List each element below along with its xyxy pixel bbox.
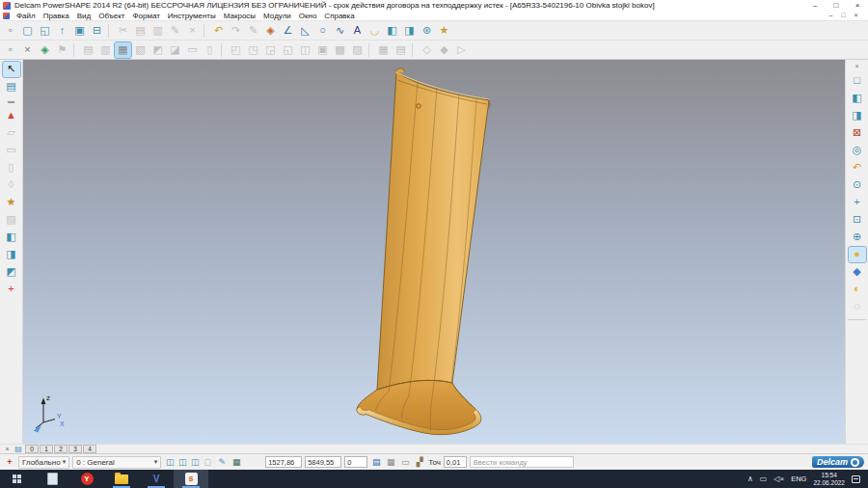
z-coordinate-field[interactable]: 0 [344, 456, 367, 468]
surface-twist-button[interactable]: ◪ [167, 42, 183, 58]
menu-edit[interactable]: Правка [40, 11, 73, 21]
redo-button[interactable]: ↷ [228, 23, 244, 39]
workplane-button[interactable]: ◈ [262, 23, 279, 39]
surface-select-button[interactable]: ▦ [115, 42, 131, 58]
wrap-tool-button[interactable]: ◊ [3, 177, 20, 193]
box-export-button[interactable]: ◩ [3, 264, 20, 280]
opacity-slider[interactable]: ▬ [3, 96, 20, 106]
polyline-tool-button[interactable]: ◺ [297, 23, 313, 39]
crumple-tool-button[interactable]: ▨ [3, 212, 20, 228]
solid-tool-button[interactable]: ◧ [384, 23, 400, 39]
levels-close-button[interactable]: × [3, 446, 12, 452]
menu-modules[interactable]: Модули [259, 11, 295, 21]
taskbar-yandex-browser[interactable]: Y [69, 470, 104, 488]
view-previous-button[interactable]: ↶ [849, 160, 866, 176]
solid-join-button[interactable]: ◳ [245, 42, 261, 58]
close-dock-button[interactable]: × [849, 62, 866, 71]
view-iso-wireframe-button[interactable]: □ [849, 73, 866, 89]
menu-help[interactable]: Справка [320, 11, 358, 21]
warning-button[interactable]: ▲ [3, 108, 20, 123]
grid-toggle-icon[interactable]: ▦ [231, 455, 242, 469]
mdi-close-button[interactable]: × [850, 11, 862, 20]
language-indicator[interactable]: ENG [791, 474, 806, 483]
wrap-button[interactable]: ▷ [453, 42, 470, 58]
command-input[interactable] [470, 456, 574, 468]
box-search-button[interactable]: ◨ [3, 247, 20, 262]
level-tab-0[interactable]: 0 [25, 445, 39, 453]
workspace-select[interactable]: Глобально ▾ [18, 456, 69, 469]
taskbar-vector-app[interactable]: V [139, 470, 174, 488]
levels-button[interactable]: ▤ [3, 79, 20, 95]
wizard-tool-button[interactable]: ★ [436, 23, 452, 39]
assembly-tool-button[interactable]: ⊛ [419, 23, 435, 39]
maximize-button[interactable]: □ [826, 0, 847, 11]
solid-thicken-button[interactable]: ▣ [314, 42, 331, 58]
format-paint-button[interactable]: ✎ [167, 23, 183, 39]
position-list-icon[interactable]: ▤ [370, 455, 382, 469]
solid-split-button[interactable]: ◲ [262, 42, 279, 58]
view-camera-button[interactable]: ◎ [849, 143, 866, 158]
close-button[interactable]: × [847, 0, 868, 11]
clock[interactable]: 15:54 22.06.2022 [813, 472, 845, 487]
snap-tool-icon[interactable]: ▞ [414, 455, 425, 469]
keyboard-icon[interactable]: ▭ [399, 455, 411, 469]
clamp-tool-button[interactable]: ▭ [3, 143, 20, 158]
level-visibility-3[interactable]: ◫ [189, 455, 201, 469]
mdi-minimize-button[interactable]: – [825, 11, 837, 20]
surface-outline-button[interactable]: ▭ [184, 42, 201, 58]
display-icon[interactable]: ▭ [760, 474, 768, 483]
multi-solid-button[interactable]: ▤ [393, 42, 409, 58]
level-tab-2[interactable]: 2 [54, 445, 68, 453]
view-iso-shaded-button[interactable]: ◧ [849, 91, 866, 106]
level-visibility-off[interactable]: ◻ [202, 455, 213, 469]
surface-tool-button[interactable]: ◡ [366, 23, 383, 39]
paint-tools-button[interactable]: ★ [3, 195, 20, 210]
shaded-view-button[interactable]: ● [849, 247, 866, 262]
level-tab-1[interactable]: 1 [40, 445, 53, 453]
solid-fillet-button[interactable]: ◱ [280, 42, 296, 58]
surface-bend-button[interactable]: ◩ [149, 42, 166, 58]
delete-button[interactable]: × [184, 23, 201, 39]
close-toolbar-button[interactable]: × [19, 42, 36, 58]
feature-tool-button[interactable]: ◨ [401, 23, 418, 39]
text-tool-button[interactable]: A [349, 23, 366, 39]
edit-sketch-button[interactable]: ✎ [245, 23, 261, 39]
block-tool-button[interactable]: ▯ [3, 160, 20, 176]
model-viewport[interactable]: z Y X [23, 60, 845, 444]
sheet-tool-button[interactable]: ▱ [3, 125, 20, 141]
select-tool-button[interactable]: ↖ [3, 62, 20, 77]
start-button[interactable] [0, 470, 35, 488]
open-model-button[interactable]: ◱ [37, 23, 53, 39]
zoom-window-button[interactable]: ⊡ [849, 212, 866, 228]
calculator-icon[interactable]: ▦ [385, 455, 396, 469]
cut-button[interactable]: ✂ [115, 23, 131, 39]
surface-network-button[interactable]: ▥ [97, 42, 114, 58]
multi-surface-button[interactable]: ▦ [375, 42, 392, 58]
menu-object[interactable]: Объект [95, 11, 128, 21]
menu-tools[interactable]: Инструменты [164, 11, 220, 21]
notification-center-icon[interactable] [852, 475, 860, 483]
solid-hollow-button[interactable]: ▩ [332, 42, 348, 58]
new-model-button[interactable]: ▢ [19, 23, 36, 39]
x-coordinate-field[interactable]: 1527,86 [265, 456, 302, 468]
translucent-view-button[interactable]: ◌ [849, 299, 866, 314]
volume-muted-icon[interactable]: ◁× [773, 474, 784, 483]
tolerance-field[interactable]: 0,01 [444, 456, 467, 468]
view-iso-half-button[interactable]: ◨ [849, 108, 866, 123]
y-coordinate-field[interactable]: 5849,55 [305, 456, 341, 468]
minimize-button[interactable]: – [804, 0, 826, 11]
axis-origin-icon[interactable]: + [4, 455, 15, 469]
line-tool-button[interactable]: ∠ [280, 23, 296, 39]
circle-tool-button[interactable]: ○ [314, 23, 331, 39]
taskbar-file-explorer[interactable] [104, 470, 139, 488]
model-column-body[interactable] [357, 68, 490, 435]
menu-format[interactable]: Формат [128, 11, 163, 21]
level-visibility-2[interactable]: ◫ [176, 455, 188, 469]
level-tab-3[interactable]: 3 [68, 445, 82, 453]
edit-levels-icon[interactable]: ✎ [216, 455, 228, 469]
mdi-restore-button[interactable]: □ [837, 11, 850, 20]
copy-button[interactable]: ▤ [132, 23, 149, 39]
view-along-axis-button[interactable]: ⊠ [849, 125, 866, 141]
workplane-tree-button[interactable]: ◈ [37, 42, 53, 58]
level-visibility-1[interactable]: ◫ [164, 455, 176, 469]
